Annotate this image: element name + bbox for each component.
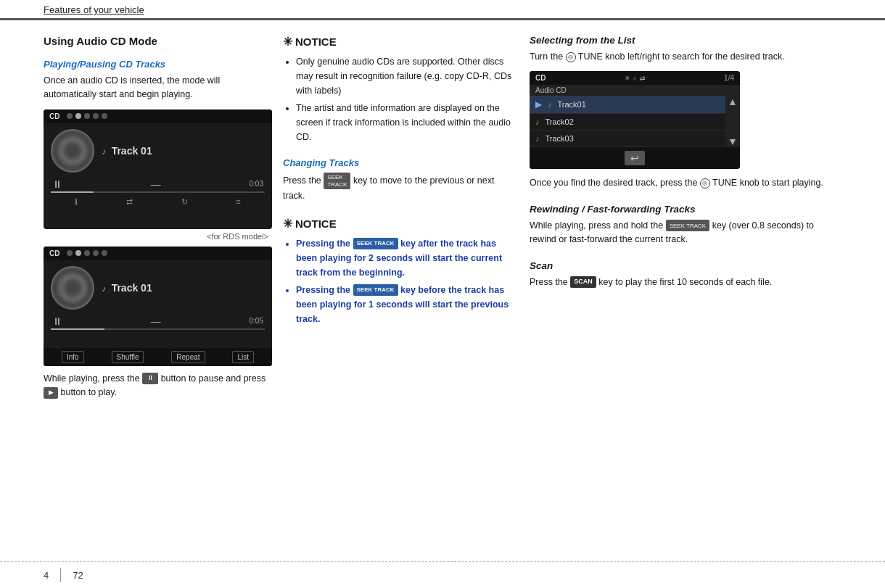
cd-progress-bar-2 <box>51 328 265 330</box>
cd-list-icon-star: ✳ <box>625 75 630 82</box>
cd-list-btn[interactable]: List <box>232 351 254 363</box>
changing-tracks-section: Changing Tracks Press the SEEKTRACK key … <box>283 157 515 204</box>
notice-block-2: ✳ NOTICE Pressing the SEEK TRACK key aft… <box>283 217 515 326</box>
notice-block-1: ✳ NOTICE Only genuine audio CDs are supp… <box>283 35 515 144</box>
cd-track-music-icon-2: ♪ <box>535 117 540 126</box>
cd-note-icon-1: ♪ <box>102 146 106 157</box>
footer-page: 72 <box>73 570 83 581</box>
cd-list-bottom: ↩ <box>530 147 740 169</box>
header-title: Features of your vehicle <box>44 4 144 15</box>
cd-bottom-row-2: ⏸ — 0:05 <box>51 315 265 327</box>
notice2-item-2: Pressing the SEEK TRACK key before the t… <box>296 283 515 326</box>
left-column: Using Audio CD Mode Playing/Pausing CD T… <box>44 35 268 405</box>
cd-track-name-row-2: Track02 <box>546 117 574 126</box>
cd-time-2: 0:05 <box>250 317 263 325</box>
cd2-dot-1 <box>67 250 73 256</box>
notice1-item-2: The artist and title information are dis… <box>296 101 515 144</box>
section1-text: Once an audio CD is inserted, the mode w… <box>44 74 268 102</box>
cd-track-music-icon-3: ♪ <box>535 134 540 143</box>
selecting-text: Turn the ◎ TUNE knob left/right to searc… <box>530 50 841 64</box>
cd2-dot-4 <box>93 250 99 256</box>
pause-button-icon[interactable]: ⏸ <box>142 373 158 384</box>
cd-track-info-2: ♪ Track 01 <box>102 282 152 294</box>
tune-circle-1: ◎ <box>566 52 576 62</box>
cd-pause-btn-2[interactable]: ⏸ <box>52 315 62 327</box>
cd-track-row-2[interactable]: ♪ Track02 <box>530 114 740 131</box>
cd-dot-2 <box>75 113 81 119</box>
notice-star-2: ✳ <box>283 217 292 231</box>
play-button-icon[interactable]: ▶ <box>44 387 58 399</box>
cd-scroll-down-btn[interactable]: ▼ <box>725 136 740 147</box>
cd-track-row-3[interactable]: ♪ Track03 <box>530 131 740 147</box>
cd-icons-top-1 <box>67 113 107 119</box>
cd-dot-3 <box>84 113 90 119</box>
cd-icons-top-2 <box>67 250 107 256</box>
selecting-text-2: Once you find the desired track, press t… <box>530 176 841 190</box>
changing-tracks-text: Press the SEEKTRACK key to move to the p… <box>283 173 515 204</box>
cd-minus-btn-2[interactable]: — <box>151 315 161 327</box>
cd-list-scrollbar: ▲ ▼ <box>725 96 740 147</box>
cd-track-row-1[interactable]: ▶ ♪ Track01 <box>530 96 740 114</box>
cd-display-2-row1: ♪ Track 01 <box>51 266 265 310</box>
changing-tracks-text-before: Press the <box>283 175 321 186</box>
seek-track-button-rewind[interactable]: SEEK TRACK <box>666 220 710 231</box>
cd-list-icons: ✳ ○ ⇄ <box>625 75 646 82</box>
middle-column: ✳ NOTICE Only genuine audio CDs are supp… <box>283 35 515 405</box>
cd-label-2: CD <box>49 249 59 257</box>
seek-track-button-1[interactable]: SEEKTRACK <box>324 173 350 189</box>
cd-note-icon-2: ♪ <box>102 283 106 294</box>
cd-pause-btn-1[interactable]: ⏸ <box>52 178 62 190</box>
cd-repeat-icon-1: ↻ <box>181 197 188 207</box>
cd-list-icon-arrows: ⇄ <box>640 75 646 82</box>
cd-minus-btn-1[interactable]: — <box>151 178 161 190</box>
cd-repeat-btn[interactable]: Repeat <box>171 351 205 363</box>
cd-dot-1 <box>67 113 73 119</box>
pause-play-text: While playing, press the ⏸ button to pau… <box>44 372 268 400</box>
cd-info-btn[interactable]: Info <box>62 351 84 363</box>
scan-title: Scan <box>530 260 841 271</box>
cd-shuffle-btn[interactable]: Shuffle <box>112 351 144 363</box>
cd-track-play-icon-1: ▶ <box>535 99 542 109</box>
cd-display-1-top: CD <box>44 109 272 123</box>
content-area: Using Audio CD Mode Playing/Pausing CD T… <box>0 20 885 412</box>
cd-display-2-inner: ♪ Track 01 ⏸ — 0:05 <box>44 260 272 330</box>
cd-list-scroll: ▶ ♪ Track01 ♪ Track02 ♪ Track03 <box>530 96 740 147</box>
cd-scroll-up-btn[interactable]: ▲ <box>725 96 740 107</box>
pause-play-text3: button to play. <box>60 387 117 397</box>
cd-disc-icon-1 <box>51 129 94 173</box>
cd-track-name-1: Track 01 <box>112 145 152 157</box>
cd-progress-bar-1 <box>51 191 265 193</box>
scan-button[interactable]: SCAN <box>570 276 596 288</box>
pause-play-text2: button to pause and press <box>161 373 266 384</box>
seek-track-button-3[interactable]: SEEK TRACK <box>353 284 398 296</box>
selecting-section: Selecting from the List Turn the ◎ TUNE … <box>530 35 841 191</box>
notice2-list: Pressing the SEEK TRACK key after the tr… <box>283 236 515 326</box>
cd-list-tracks: ▶ ♪ Track01 ♪ Track02 ♪ Track03 <box>530 96 740 147</box>
right-column: Selecting from the List Turn the ◎ TUNE … <box>530 35 841 405</box>
cd-list-display: CD ✳ ○ ⇄ 1/4 Audio CD ▶ ♪ Track01 <box>530 71 740 169</box>
cd-list-icon-circle: ○ <box>633 75 637 82</box>
cd-dot-4 <box>93 113 99 119</box>
scan-section: Scan Press the SCAN key to play the firs… <box>530 260 841 289</box>
cd-list-icon-1: ≡ <box>236 197 240 207</box>
cd-track-name-row-3: Track03 <box>546 134 574 143</box>
cd-list-back-btn[interactable]: ↩ <box>625 151 645 165</box>
cd-display-2-labels: Info Shuffle Repeat List <box>44 348 272 366</box>
cd-display-2-top: CD <box>44 247 272 260</box>
notice2-item-1: Pressing the SEEK TRACK key after the tr… <box>296 236 515 280</box>
cd-label-1: CD <box>49 112 59 120</box>
page-footer: 4 72 <box>0 561 885 588</box>
footer-number: 4 <box>44 570 49 581</box>
page-header: Features of your vehicle <box>0 0 885 20</box>
scan-text: Press the SCAN key to play the first 10 … <box>530 276 841 289</box>
cd-disc-icon-2 <box>51 266 94 310</box>
selecting-title: Selecting from the List <box>530 35 841 46</box>
cd-list-subtitle: Audio CD <box>530 85 740 96</box>
cd2-dot-3 <box>84 250 90 256</box>
main-title: Using Audio CD Mode <box>44 35 268 47</box>
cd-list-page: 1/4 <box>724 74 734 82</box>
cd-bottom-icons-1: ℹ ⇄ ↻ ≡ <box>51 194 265 210</box>
rewinding-title: Rewinding / Fast-forwarding Tracks <box>530 204 841 215</box>
seek-track-button-2[interactable]: SEEK TRACK <box>353 238 398 249</box>
notice1-title: ✳ NOTICE <box>283 35 515 49</box>
